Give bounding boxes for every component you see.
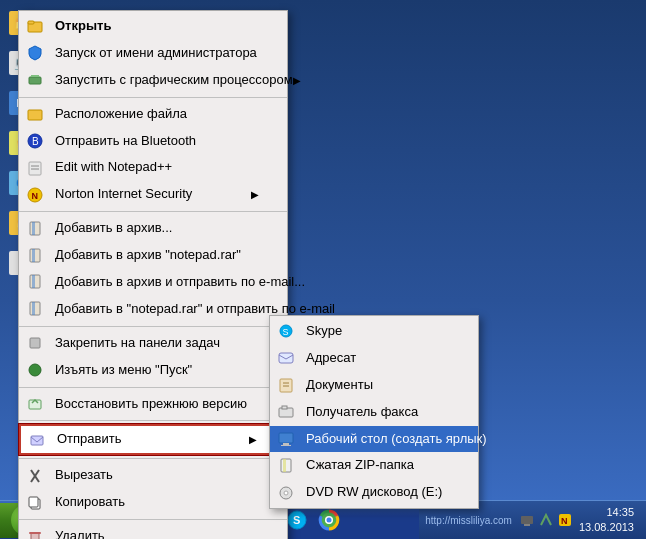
svg-rect-19 (32, 302, 35, 315)
submenu-item-dvd[interactable]: DVD RW дисковод (E:) (270, 479, 478, 506)
add-email-label: Добавить в архив и отправить по e-mail..… (55, 274, 305, 291)
run-gpu-arrow: ▶ (293, 74, 301, 87)
svg-rect-15 (32, 249, 35, 262)
send-icon (27, 430, 47, 450)
separator-6 (19, 458, 287, 459)
svg-rect-43 (279, 433, 293, 443)
svg-text:N: N (32, 191, 39, 201)
svg-rect-47 (283, 459, 286, 472)
restore-icon (25, 394, 45, 414)
documents-label: Документы (306, 377, 373, 394)
winrar-icon-4 (25, 299, 45, 319)
menu-item-remove-start[interactable]: Изъять из меню "Пуск" (19, 357, 287, 384)
dvd-icon (276, 483, 296, 503)
notepad-label: Edit with Notepad++ (55, 159, 172, 176)
menu-item-open[interactable]: Открыть (19, 13, 287, 40)
skype-icon: S (276, 321, 296, 341)
svg-rect-17 (32, 275, 35, 288)
svg-rect-79 (521, 516, 533, 524)
menu-item-run-gpu[interactable]: Запустить с графическим процессором ▶ (19, 67, 287, 94)
menu-item-run-admin[interactable]: Запуск от имени администратора (19, 40, 287, 67)
svg-rect-20 (30, 338, 40, 348)
taskbar-chrome-icon[interactable] (314, 505, 344, 535)
svg-rect-44 (283, 443, 289, 445)
submenu-item-desktop[interactable]: Рабочий стол (создать ярлык) (270, 426, 478, 453)
tray-icon-1[interactable] (519, 512, 535, 528)
run-admin-label: Запуск от имени администратора (55, 45, 257, 62)
svg-rect-3 (31, 75, 39, 77)
separator-5 (19, 420, 287, 421)
svg-point-21 (29, 364, 41, 376)
send-to-arrow: ▶ (249, 433, 257, 446)
zip-label: Сжатая ZIP-папка (306, 457, 414, 474)
svg-point-78 (327, 518, 332, 523)
menu-item-notepad[interactable]: Edit with Notepad++ (19, 154, 287, 181)
menu-item-add-notepad-email[interactable]: Добавить в "notepad.rar" и отправить по … (19, 296, 287, 323)
menu-item-restore[interactable]: Восстановить прежнюю версию (19, 391, 287, 418)
submenu-item-documents[interactable]: Документы (270, 372, 478, 399)
menu-item-norton[interactable]: N Norton Internet Security ▶ (19, 181, 287, 208)
svg-rect-27 (29, 497, 38, 507)
fax-label: Получатель факса (306, 404, 418, 421)
context-menu: Открыть Запуск от имени администратора З… (18, 10, 288, 539)
skype-label: Skype (306, 323, 342, 340)
menu-item-add-email[interactable]: Добавить в архив и отправить по e-mail..… (19, 269, 287, 296)
tray-icon-3[interactable]: N (557, 512, 573, 528)
pin-icon (25, 333, 45, 353)
separator-1 (19, 97, 287, 98)
norton-icon: N (25, 185, 45, 205)
menu-item-file-location[interactable]: Расположение файла (19, 101, 287, 128)
svg-text:N: N (561, 516, 568, 526)
clock-time: 14:35 (579, 505, 634, 520)
submenu-item-fax[interactable]: Получатель факса (270, 399, 478, 426)
menu-item-copy[interactable]: Копировать (19, 489, 287, 516)
delete-label: Удалить (55, 528, 105, 539)
menu-item-delete[interactable]: Удалить (19, 523, 287, 539)
start-icon (25, 360, 45, 380)
submenu-item-addressee[interactable]: Адресат (270, 345, 478, 372)
svg-rect-4 (28, 110, 42, 120)
url-display: http://missliliya.com (425, 515, 512, 526)
svg-point-49 (284, 491, 288, 495)
dvd-label: DVD RW дисковод (E:) (306, 484, 442, 501)
winrar-icon-2 (25, 246, 45, 266)
svg-rect-37 (279, 353, 293, 363)
tray-icon-2[interactable] (538, 512, 554, 528)
winrar-icon-3 (25, 272, 45, 292)
menu-item-pin-taskbar[interactable]: Закрепить на панели задач (19, 330, 287, 357)
desktop-icon-img (276, 429, 296, 449)
separator-2 (19, 211, 287, 212)
copy-icon (25, 493, 45, 513)
norton-arrow: ▶ (251, 188, 259, 201)
svg-rect-29 (29, 532, 41, 534)
menu-item-send-to[interactable]: Отправить ▶ (19, 424, 287, 455)
folder-open-icon (25, 104, 45, 124)
clock: 14:35 13.08.2013 (573, 505, 640, 536)
delete-icon (25, 527, 45, 539)
menu-item-add-archive[interactable]: Добавить в архив... (19, 215, 287, 242)
desktop: 📁 💻 IE 📁 🔵 📁 (0, 0, 646, 500)
pin-taskbar-label: Закрепить на панели задач (55, 335, 220, 352)
menu-item-cut[interactable]: Вырезать (19, 462, 287, 489)
open-icon (25, 16, 45, 36)
svg-rect-80 (524, 524, 530, 526)
svg-rect-1 (28, 21, 34, 24)
norton-label: Norton Internet Security (55, 186, 192, 203)
addressee-icon (276, 348, 296, 368)
bluetooth-label: Отправить на Bluetooth (55, 133, 196, 150)
submenu-item-skype[interactable]: S Skype (270, 318, 478, 345)
notepad-icon (25, 158, 45, 178)
separator-7 (19, 519, 287, 520)
menu-item-add-notepad-rar[interactable]: Добавить в архив "notepad.rar" (19, 242, 287, 269)
gpu-icon (25, 70, 45, 90)
submenu-item-zip[interactable]: Сжатая ZIP-папка (270, 452, 478, 479)
svg-text:S: S (293, 514, 300, 526)
menu-item-bluetooth[interactable]: B Отправить на Bluetooth (19, 128, 287, 155)
restore-label: Восстановить прежнюю версию (55, 396, 247, 413)
send-to-label: Отправить (57, 431, 121, 448)
cut-icon (25, 466, 45, 486)
fax-icon (276, 402, 296, 422)
open-label: Открыть (55, 18, 111, 35)
shield-icon (25, 43, 45, 63)
documents-icon (276, 375, 296, 395)
